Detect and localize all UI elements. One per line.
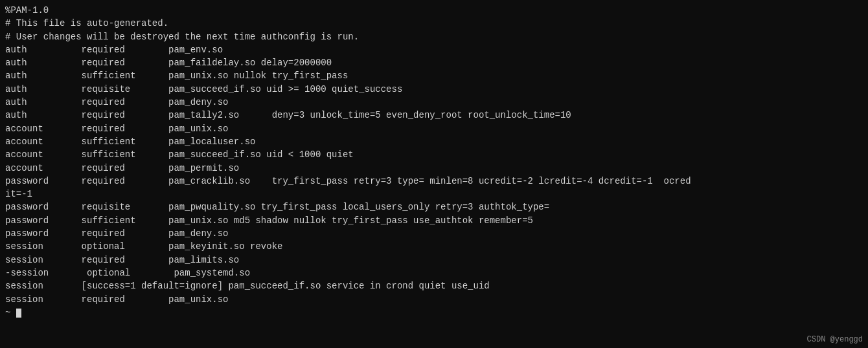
terminal-window: %PAM-1.0# This file is auto-generated.# … bbox=[0, 0, 868, 348]
terminal-line: it=-1 bbox=[5, 188, 863, 201]
cursor-block bbox=[16, 309, 21, 318]
terminal-line: account required pam_permit.so bbox=[5, 162, 863, 175]
terminal-line: # User changes will be destroyed the nex… bbox=[5, 30, 863, 43]
terminal-line: session required pam_limits.so bbox=[5, 254, 863, 266]
watermark: CSDN @yenggd bbox=[807, 335, 863, 344]
terminal-line: # This file is auto-generated. bbox=[5, 17, 863, 30]
terminal-line: auth required pam_env.so bbox=[5, 43, 863, 56]
terminal-line: auth required pam_tally2.so deny=3 unloc… bbox=[5, 109, 863, 122]
terminal-line: -session optional pam_systemd.so bbox=[5, 266, 863, 279]
terminal-line: auth sufficient pam_unix.so nullok try_f… bbox=[5, 69, 863, 82]
terminal-line: auth requisite pam_succeed_if.so uid >= … bbox=[5, 83, 863, 96]
terminal-line: password requisite pam_pwquality.so try_… bbox=[5, 201, 863, 213]
terminal-cursor-line: ~ bbox=[5, 306, 863, 319]
terminal-line: %PAM-1.0 bbox=[5, 4, 863, 17]
terminal-line: auth required pam_faildelay.so delay=200… bbox=[5, 56, 863, 69]
terminal-line: session [success=1 default=ignore] pam_s… bbox=[5, 279, 863, 292]
terminal-line: password required pam_deny.so bbox=[5, 227, 863, 240]
terminal-line: session required pam_unix.so bbox=[5, 293, 863, 306]
terminal-line: account sufficient pam_localuser.so bbox=[5, 135, 863, 148]
terminal-line: account sufficient pam_succeed_if.so uid… bbox=[5, 148, 863, 161]
terminal-line: auth required pam_deny.so bbox=[5, 96, 863, 109]
terminal-line: session optional pam_keyinit.so revoke bbox=[5, 240, 863, 253]
terminal-line: password sufficient pam_unix.so md5 shad… bbox=[5, 214, 863, 227]
terminal-line: account required pam_unix.so bbox=[5, 122, 863, 135]
terminal-line: password required pam_cracklib.so try_fi… bbox=[5, 175, 863, 188]
terminal-content: %PAM-1.0# This file is auto-generated.# … bbox=[5, 4, 863, 319]
